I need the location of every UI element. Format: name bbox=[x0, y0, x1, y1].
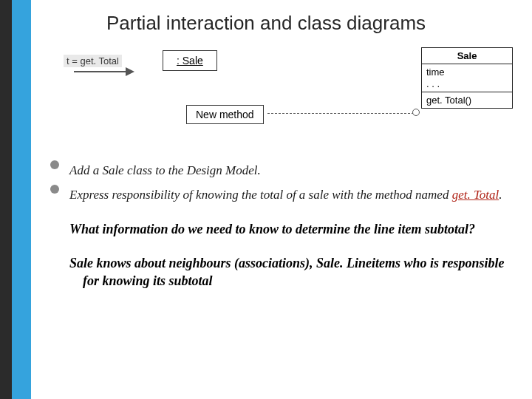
class-attributes: time . . . bbox=[422, 64, 512, 92]
slide: Partial interaction and class diagrams t… bbox=[0, 0, 532, 399]
slide-body: Add a Sale class to the Design Model. Ex… bbox=[49, 155, 507, 290]
class-operations: get. Total() bbox=[422, 92, 512, 108]
bullet-text-prefix: Express responsibility of knowing the to… bbox=[69, 188, 452, 202]
slide-title: Partial interaction and class diagrams bbox=[0, 12, 532, 35]
bullet-text-suffix: . bbox=[499, 188, 502, 202]
sequence-object-text: : Sale bbox=[177, 55, 203, 66]
sequence-object-box: : Sale bbox=[163, 50, 217, 71]
bullet-text: Add a Sale class to the Design Model. bbox=[69, 163, 261, 177]
class-box: Sale time . . . get. Total() bbox=[421, 47, 513, 109]
bullet-text-emphasis: get. Total bbox=[452, 188, 499, 202]
uml-diagram: t = get. Total : Sale New method Sale ti… bbox=[44, 47, 517, 143]
arrow-icon bbox=[74, 71, 133, 72]
body-paragraph-question: What information do we need to know to d… bbox=[69, 220, 507, 238]
class-name: Sale bbox=[422, 48, 512, 64]
sequence-call-label: t = get. Total bbox=[64, 55, 122, 67]
note-anchor-end-icon bbox=[412, 109, 420, 116]
sidebar-stripe-white bbox=[31, 0, 34, 399]
sidebar-stripe-blue bbox=[12, 0, 31, 399]
sidebar-stripe-dark bbox=[0, 0, 12, 399]
bullet-item: Add a Sale class to the Design Model. bbox=[49, 163, 507, 180]
note-box: New method bbox=[186, 105, 264, 124]
body-paragraph-answer: Sale knows about neighbours (association… bbox=[69, 254, 507, 290]
note-anchor-line bbox=[267, 113, 414, 114]
bullet-item: Express responsibility of knowing the to… bbox=[49, 187, 507, 204]
